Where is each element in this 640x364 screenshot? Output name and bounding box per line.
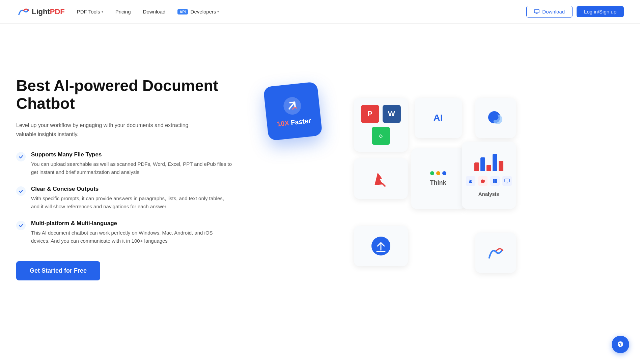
screen-icon bbox=[502, 176, 512, 186]
speed-icon bbox=[282, 95, 303, 118]
nav-left: LightPDF PDF Tools ▾ Pricing Download AP… bbox=[16, 5, 219, 19]
svg-point-6 bbox=[471, 181, 472, 182]
dot-green bbox=[430, 171, 434, 175]
hero-title: Best AI-powered Document Chatbot bbox=[16, 77, 232, 113]
hero-section: Best AI-powered Document Chatbot Level u… bbox=[0, 24, 640, 327]
nav-pricing[interactable]: Pricing bbox=[115, 9, 131, 14]
cursor-icon bbox=[371, 169, 391, 189]
check-icon-1 bbox=[16, 152, 26, 161]
logo-card bbox=[475, 233, 516, 273]
feature-item-1: Supports Many File Types You can upload … bbox=[16, 151, 232, 176]
checkmark-icon-2 bbox=[19, 189, 23, 193]
dot-yellow bbox=[436, 171, 440, 175]
svg-rect-8 bbox=[495, 179, 497, 181]
chevron-down-icon-2: ▾ bbox=[217, 10, 219, 13]
header-download-button[interactable]: Download bbox=[526, 6, 573, 18]
speed-card: 10X Faster bbox=[263, 82, 323, 141]
monitor-icon bbox=[534, 9, 539, 14]
chat-bubble-icon bbox=[487, 109, 504, 127]
chevron-down-icon: ▾ bbox=[102, 10, 103, 13]
hero-subtitle: Level up your workflow by engaging with … bbox=[16, 121, 205, 139]
sketch-card bbox=[354, 158, 408, 199]
think-card: Think bbox=[411, 148, 465, 209]
windows-icon bbox=[490, 176, 500, 186]
check-icon-3 bbox=[16, 221, 26, 230]
apple-icon bbox=[478, 176, 488, 186]
think-dots bbox=[430, 171, 446, 175]
feature-desc-1: You can upload searchable as well as sca… bbox=[31, 160, 232, 176]
hero-content: Best AI-powered Document Chatbot Level u… bbox=[16, 77, 232, 280]
ai-card: AI bbox=[415, 98, 462, 138]
upload-icon bbox=[370, 235, 392, 257]
cta-button[interactable]: Get Started for Free bbox=[16, 261, 100, 280]
svg-rect-1 bbox=[534, 9, 539, 13]
chat-card bbox=[475, 98, 516, 138]
feature-desc-2: With specific prompts, it can provide an… bbox=[31, 194, 232, 211]
navbar: LightPDF PDF Tools ▾ Pricing Download AP… bbox=[0, 0, 640, 24]
bar-5 bbox=[499, 161, 503, 171]
nav-developers[interactable]: API Developers ▾ bbox=[177, 9, 219, 14]
ppt-icon: P bbox=[361, 105, 379, 123]
logo[interactable]: LightPDF bbox=[16, 5, 65, 19]
feature-item-2: Clear & Concise Outputs With specific pr… bbox=[16, 186, 232, 211]
feature-desc-3: This AI document chatbot can work perfec… bbox=[31, 229, 232, 245]
bar-4 bbox=[493, 154, 497, 171]
logo-icon bbox=[16, 5, 30, 19]
nav-right: Download Log in/Sign up bbox=[526, 6, 624, 18]
bar-3 bbox=[486, 165, 491, 171]
android-icon bbox=[466, 176, 475, 186]
svg-rect-7 bbox=[493, 179, 495, 181]
nav-pdf-tools[interactable]: PDF Tools ▾ bbox=[77, 9, 103, 14]
ai-label: AI bbox=[434, 113, 443, 123]
api-badge: API bbox=[177, 9, 188, 14]
logo-text: LightPDF bbox=[32, 7, 65, 16]
bar-2 bbox=[480, 157, 485, 171]
analysis-label: Analysis bbox=[478, 191, 499, 197]
speed-label: 10X Faster bbox=[277, 117, 311, 128]
platform-icons bbox=[466, 176, 512, 186]
svg-point-5 bbox=[469, 181, 470, 182]
bar-1 bbox=[474, 162, 479, 171]
feature-title-1: Supports Many File Types bbox=[31, 151, 232, 158]
checkmark-icon bbox=[19, 154, 23, 159]
lightpdf-logo-icon bbox=[486, 244, 505, 262]
cards-grid: P W ◇ AI bbox=[354, 98, 516, 286]
feature-list: Supports Many File Types You can upload … bbox=[16, 151, 232, 245]
svg-rect-10 bbox=[495, 181, 497, 183]
svg-rect-11 bbox=[505, 179, 509, 182]
bar-chart bbox=[474, 154, 503, 171]
epub-icon: ◇ bbox=[372, 127, 390, 145]
dot-blue bbox=[442, 171, 446, 175]
nav-download[interactable]: Download bbox=[143, 9, 166, 14]
checkmark-icon-3 bbox=[19, 223, 23, 228]
word-icon: W bbox=[383, 105, 401, 123]
think-label: Think bbox=[430, 179, 446, 186]
check-icon-2 bbox=[16, 186, 26, 196]
hero-visual: 10X Faster P W ◇ AI bbox=[232, 71, 624, 286]
file-types-card: P W ◇ bbox=[354, 98, 408, 152]
svg-rect-9 bbox=[493, 181, 495, 183]
feature-title-3: Multi-platform & Multi-language bbox=[31, 220, 232, 227]
feature-item-3: Multi-platform & Multi-language This AI … bbox=[16, 220, 232, 245]
login-signup-button[interactable]: Log in/Sign up bbox=[577, 6, 624, 17]
feature-title-2: Clear & Concise Outputs bbox=[31, 186, 232, 192]
analysis-card: Analysis bbox=[462, 142, 516, 209]
upload-card bbox=[354, 226, 408, 266]
